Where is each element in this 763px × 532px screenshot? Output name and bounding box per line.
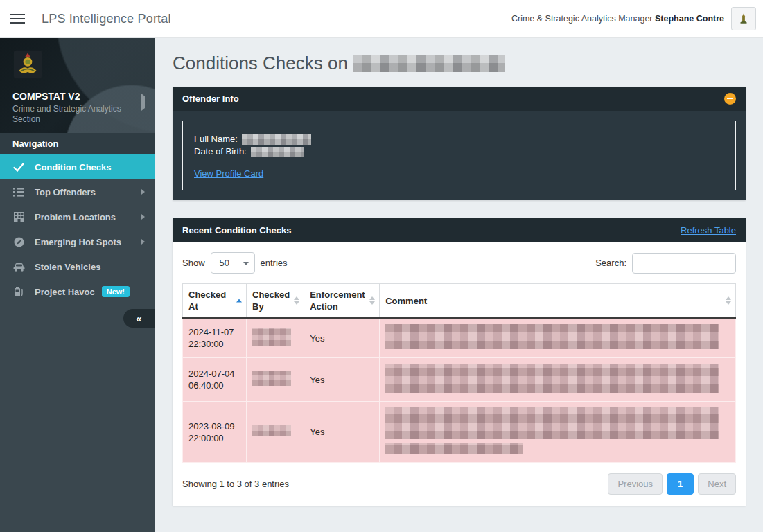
app-title: LPS Intelligence Portal [42, 12, 171, 26]
user-name: Stephane Contre [655, 14, 724, 24]
main-content: Conditions Checks on Offender Info Full … [155, 38, 763, 532]
cell-checked-by [247, 358, 304, 402]
cell-checked-at: 2023-08-09 22:00:00 [183, 402, 247, 463]
view-profile-card-link[interactable]: View Profile Card [194, 168, 263, 179]
gas-pump-icon [12, 286, 25, 297]
sidebar-brand[interactable]: COMPSTAT V2 Crime and Strategic Analytic… [0, 38, 155, 133]
table-row: 2024-11-07 22:30:00 Yes [183, 318, 736, 358]
col-header-enforcement-action[interactable]: Enforcement Action [304, 284, 380, 319]
sidebar-item-condition-checks[interactable]: Condition Checks [0, 154, 155, 179]
sidebar-item-problem-locations[interactable]: Problem Locations [0, 204, 155, 229]
show-label: Show [182, 258, 205, 268]
search-input[interactable] [632, 253, 736, 274]
redacted-dob [251, 147, 304, 157]
col-header-checked-at[interactable]: Checked At [183, 284, 247, 319]
page-size-value: 50 [220, 258, 229, 268]
hamburger-menu-icon[interactable] [10, 9, 29, 28]
sidebar-item-top-offenders[interactable]: Top Offenders [0, 179, 155, 204]
sidebar-item-label: Project Havoc [35, 287, 95, 297]
redacted-comment [385, 364, 719, 393]
chevron-down-icon [243, 262, 249, 265]
sidebar-item-label: Emerging Hot Spots [35, 237, 121, 247]
sidebar-item-label: Stolen Vehicles [35, 262, 100, 272]
role-prefix: Crime & Strategic Analytics Manager [511, 14, 653, 24]
compass-icon [12, 236, 25, 247]
table-row: 2023-08-09 22:00:00 Yes [183, 402, 736, 463]
table-controls: Show 50 entries Search: [182, 252, 736, 274]
user-role-text: Crime & Strategic Analytics Manager Step… [511, 14, 724, 24]
compstat-crest-icon [12, 49, 43, 80]
offender-details-box: Full Name: Date of Birth: View Profile C… [182, 121, 736, 190]
chevron-right-icon [141, 189, 145, 195]
collapse-panel-button[interactable] [724, 93, 736, 105]
sidebar-item-label: Condition Checks [35, 162, 112, 172]
brand-chevron-icon[interactable] [141, 96, 145, 109]
table-row: 2024-07-04 06:40:00 Yes [183, 358, 736, 402]
brand-title: COMPSTAT V2 [12, 91, 145, 102]
table-header-row: Checked At Checked By Enforcement Action [183, 284, 736, 319]
crest-icon [737, 12, 750, 25]
recent-checks-panel: Recent Condition Checks Refresh Table Sh… [173, 218, 746, 506]
sidebar: COMPSTAT V2 Crime and Strategic Analytic… [0, 38, 155, 532]
condition-checks-table: Checked At Checked By Enforcement Action [182, 283, 736, 463]
cell-comment [380, 402, 736, 463]
top-header: LPS Intelligence Portal Crime & Strategi… [0, 0, 763, 38]
avatar[interactable] [731, 7, 756, 30]
sidebar-item-project-havoc[interactable]: Project Havoc New! [0, 279, 155, 304]
page-title-text: Conditions Checks on [173, 53, 348, 74]
redacted-checked-by [252, 371, 291, 386]
search-label: Search: [595, 258, 626, 268]
full-name-row: Full Name: [194, 133, 724, 145]
redacted-checked-by [252, 425, 291, 436]
previous-page-button: Previous [608, 473, 663, 495]
full-name-label: Full Name: [194, 133, 238, 145]
col-header-checked-by[interactable]: Checked By [247, 284, 304, 319]
redacted-comment [385, 324, 719, 349]
redacted-comment [385, 407, 719, 439]
cell-comment [380, 358, 736, 402]
offender-panel-title: Offender Info [182, 94, 239, 104]
cell-checked-by [247, 318, 304, 358]
table-footer: Showing 1 to 3 of 3 entries Previous 1 N… [182, 473, 736, 495]
refresh-table-link[interactable]: Refresh Table [681, 225, 736, 236]
cell-enforcement: Yes [304, 402, 380, 463]
sidebar-item-stolen-vehicles[interactable]: Stolen Vehicles [0, 254, 155, 279]
cell-enforcement: Yes [304, 358, 380, 402]
page-title: Conditions Checks on [173, 53, 746, 74]
redacted-checked-by [252, 328, 291, 346]
building-icon [12, 211, 25, 222]
sort-icon [726, 296, 731, 305]
cell-checked-by [247, 402, 304, 463]
next-page-button: Next [698, 473, 736, 495]
cell-checked-at: 2024-11-07 22:30:00 [183, 318, 247, 358]
check-icon [12, 161, 25, 172]
dob-row: Date of Birth: [194, 145, 724, 158]
offender-info-panel: Offender Info Full Name: Date of Birth: … [173, 87, 746, 200]
new-badge: New! [102, 286, 130, 297]
sidebar-item-label: Top Offenders [35, 187, 96, 197]
cell-checked-at: 2024-07-04 06:40:00 [183, 358, 247, 402]
recent-checks-body: Show 50 entries Search: [173, 242, 746, 506]
car-icon [12, 261, 25, 272]
page-1-button[interactable]: 1 [667, 473, 694, 495]
sidebar-collapse-button[interactable]: « [123, 309, 155, 328]
nav-section-header: Navigation [0, 133, 155, 154]
redacted-full-name [242, 134, 311, 145]
redacted-comment [385, 443, 523, 454]
sort-icon [294, 296, 299, 305]
offender-panel-body: Full Name: Date of Birth: View Profile C… [173, 111, 746, 200]
app-window: LPS Intelligence Portal Crime & Strategi… [0, 0, 763, 532]
entries-summary: Showing 1 to 3 of 3 entries [182, 479, 289, 489]
recent-checks-header: Recent Condition Checks Refresh Table [173, 218, 746, 242]
col-header-comment[interactable]: Comment [380, 284, 736, 319]
pagination: Previous 1 Next [608, 473, 736, 495]
sidebar-item-label: Problem Locations [35, 212, 116, 222]
chevron-right-icon [141, 214, 145, 220]
chevron-right-icon [141, 239, 145, 245]
cell-enforcement: Yes [304, 318, 380, 358]
recent-checks-title: Recent Condition Checks [182, 225, 291, 236]
brand-subtitle: Crime and Strategic Analytics Section [12, 104, 123, 125]
sort-icon [236, 299, 242, 303]
page-size-select[interactable]: 50 [211, 252, 255, 274]
sidebar-item-emerging-hot-spots[interactable]: Emerging Hot Spots [0, 229, 155, 254]
